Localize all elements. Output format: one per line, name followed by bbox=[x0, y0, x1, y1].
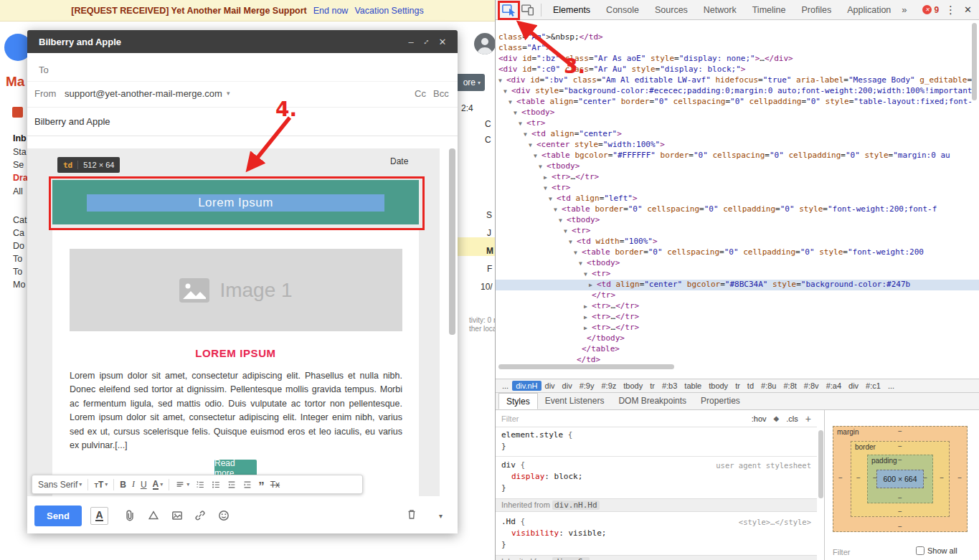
sidebar-item[interactable]: Ca bbox=[13, 228, 24, 238]
styles-filter-input[interactable] bbox=[501, 414, 744, 423]
breadcrumb-item[interactable]: div bbox=[559, 381, 576, 391]
breadcrumb-item[interactable]: #:9z bbox=[597, 381, 620, 391]
breadcrumb-item[interactable]: td bbox=[744, 381, 757, 391]
thread-fragment[interactable]: C bbox=[485, 119, 491, 129]
new-style-rule-button[interactable]: + bbox=[805, 413, 811, 424]
sidebar-tab-styles[interactable]: Styles bbox=[498, 393, 538, 409]
dom-tree-line[interactable]: ▼<td width="100%"> bbox=[496, 237, 979, 247]
dom-tree-line[interactable]: ▶<td align="center" bgcolor="#8BC34A" st… bbox=[496, 280, 979, 290]
dom-tree-line[interactable]: ▼<div style="background-color:#ececec;pa… bbox=[496, 86, 979, 97]
dom-tree-line[interactable]: ▼<td align="center"> bbox=[496, 129, 979, 140]
dom-tree-line[interactable]: ▼<tbody> bbox=[496, 258, 979, 269]
numbered-list-button[interactable] bbox=[195, 480, 205, 490]
dom-tree-line[interactable]: ▼<table bgcolor="#FFFFFF" border="0" cel… bbox=[496, 151, 979, 161]
breadcrumb-item[interactable]: #:8t bbox=[780, 381, 800, 391]
insert-link-button[interactable] bbox=[194, 509, 208, 523]
style-rule[interactable]: user agent stylesheetdiv {display: block… bbox=[496, 460, 817, 494]
inspect-element-button[interactable] bbox=[500, 1, 519, 19]
thread-fragment[interactable]: J bbox=[487, 228, 491, 238]
dom-tree-line[interactable]: ▶<tr>…</tr> bbox=[496, 172, 979, 183]
style-rule[interactable]: element.style {} bbox=[496, 430, 817, 452]
indent-less-button[interactable] bbox=[227, 480, 237, 490]
insert-emoji-button[interactable] bbox=[217, 509, 232, 523]
discard-draft-button[interactable] bbox=[405, 508, 420, 522]
show-all-checkbox[interactable] bbox=[916, 546, 924, 555]
dom-horizontal-scrollbar[interactable] bbox=[498, 364, 674, 369]
expanded-arrow-icon[interactable]: ▼ bbox=[519, 120, 526, 127]
collapsed-arrow-icon[interactable]: ▶ bbox=[544, 174, 552, 181]
quote-button[interactable]: ” bbox=[258, 479, 265, 490]
compose-header[interactable]: Bilberry and Apple – ↕ ✕ bbox=[27, 30, 458, 53]
dom-tree-line[interactable]: </table> bbox=[496, 344, 979, 355]
thread-time-fragment[interactable]: 2:4 bbox=[461, 103, 473, 113]
expanded-arrow-icon[interactable]: ▼ bbox=[539, 163, 547, 170]
devtools-tab-network[interactable]: Network bbox=[696, 0, 744, 20]
compose-scrollbar[interactable] bbox=[449, 148, 455, 335]
collapsed-arrow-icon[interactable]: ▶ bbox=[584, 303, 592, 310]
sidebar-item-sent[interactable]: Se bbox=[13, 160, 24, 170]
align-button[interactable]: ▾ bbox=[175, 480, 189, 490]
devtools-close-icon[interactable]: ✕ bbox=[963, 4, 975, 15]
expanded-arrow-icon[interactable]: ▼ bbox=[503, 88, 511, 95]
thread-date-fragment[interactable]: 10/ bbox=[481, 282, 493, 292]
dom-tree-line[interactable]: ▼<tr> bbox=[496, 183, 979, 194]
read-more-button[interactable]: Read more bbox=[214, 460, 257, 476]
element-state-icon[interactable]: ◆ bbox=[774, 414, 780, 422]
thread-fragment[interactable]: S bbox=[486, 210, 492, 220]
devtools-tab-sources[interactable]: Sources bbox=[647, 0, 696, 20]
sidebar-item-categories[interactable]: Cat bbox=[13, 215, 27, 225]
expanded-arrow-icon[interactable]: ▼ bbox=[524, 131, 531, 138]
breadcrumb-item[interactable]: table bbox=[681, 381, 705, 391]
devtools-tab-profiles[interactable]: Profiles bbox=[793, 0, 839, 20]
dom-tree-line[interactable]: ▼<td align="left"> bbox=[496, 194, 979, 204]
expanded-arrow-icon[interactable]: ▼ bbox=[514, 110, 521, 116]
dom-tree-line[interactable]: ▼<tbody> bbox=[496, 161, 979, 172]
collapsed-arrow-icon[interactable]: ▶ bbox=[584, 314, 592, 321]
dom-tree-line[interactable]: class="Ar"> bbox=[496, 43, 979, 54]
insert-drive-button[interactable] bbox=[147, 509, 161, 523]
expanded-arrow-icon[interactable]: ▼ bbox=[574, 250, 582, 256]
remove-formatting-button[interactable]: Tx bbox=[270, 480, 280, 490]
sidebar-item[interactable]: To bbox=[13, 267, 22, 277]
thread-fragment[interactable]: F bbox=[487, 264, 492, 274]
devtools-tab-console[interactable]: Console bbox=[598, 0, 647, 20]
expanded-arrow-icon[interactable]: ▼ bbox=[554, 207, 562, 213]
font-size-button[interactable]: TT ▾ bbox=[94, 480, 108, 490]
sidebar-item-drafts[interactable]: Dra bbox=[13, 173, 28, 183]
breadcrumb-item[interactable]: #:a4 bbox=[823, 381, 845, 391]
insert-photo-button[interactable] bbox=[171, 509, 185, 523]
text-color-button[interactable]: A ▾ bbox=[153, 480, 164, 490]
more-send-options[interactable]: ▾ bbox=[439, 512, 443, 520]
email-body-editor[interactable]: Date Lorem Ipsum Image 1 bbox=[27, 138, 458, 496]
font-family-select[interactable]: Sans Serif ▾ bbox=[38, 480, 82, 490]
dom-tree-line[interactable]: ▼<table border="0" cellspacing="0" cellp… bbox=[496, 247, 979, 258]
expanded-arrow-icon[interactable]: ▼ bbox=[584, 271, 592, 277]
breadcrumb-item[interactable]: tr bbox=[646, 381, 658, 391]
subject-field[interactable]: Bilberry and Apple bbox=[27, 108, 458, 136]
dom-tree-line[interactable]: ▼<div id=":bv" class="Am Al editable LW-… bbox=[496, 75, 979, 86]
from-address[interactable]: support@yet-another-mail-merge.com bbox=[65, 88, 222, 99]
dom-tree-line[interactable]: <div id=":c0" class="Ar Au" style="displ… bbox=[496, 65, 979, 75]
sidebar-item-all[interactable]: All bbox=[13, 186, 23, 196]
breadcrumb-item[interactable]: div bbox=[845, 381, 862, 391]
cc-toggle[interactable]: Cc bbox=[415, 88, 426, 99]
underline-button[interactable]: U bbox=[141, 480, 147, 490]
end-now-link[interactable]: End now bbox=[313, 6, 349, 16]
thread-fragment[interactable]: M bbox=[486, 246, 493, 256]
indent-more-button[interactable] bbox=[242, 480, 252, 490]
devtools-tab-application[interactable]: Application bbox=[839, 0, 899, 20]
expanded-arrow-icon[interactable]: ▼ bbox=[498, 77, 506, 84]
dom-tree-line[interactable]: ▼<table align="center" border="0" cellsp… bbox=[496, 97, 979, 108]
expanded-arrow-icon[interactable]: ▼ bbox=[569, 239, 577, 245]
element-reference[interactable]: div.aSs bbox=[552, 557, 590, 560]
dom-tree-line[interactable]: ▼<tr> bbox=[496, 226, 979, 237]
bcc-toggle[interactable]: Bcc bbox=[433, 88, 449, 99]
dom-tree-line[interactable]: <div id=":bz" class="Ar As aoE" style="d… bbox=[496, 54, 979, 65]
expanded-arrow-icon[interactable]: ▼ bbox=[509, 99, 516, 105]
dom-tree-line[interactable]: ▶<tr>…</tr> bbox=[496, 301, 979, 312]
devtools-tab-elements[interactable]: Elements bbox=[545, 0, 598, 20]
expand-icon[interactable]: ↕ bbox=[417, 32, 435, 50]
toggle-element-state[interactable]: :hov bbox=[752, 414, 767, 423]
styles-scrollbar[interactable] bbox=[818, 430, 823, 498]
dom-tree-line[interactable]: ▼<tbody> bbox=[496, 215, 979, 226]
